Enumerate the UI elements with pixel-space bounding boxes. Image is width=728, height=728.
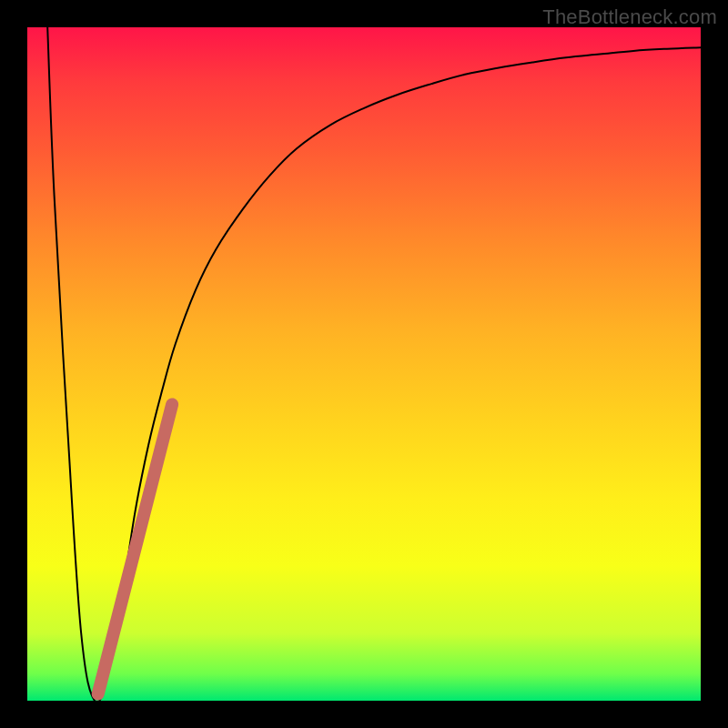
chart-overlay (27, 27, 701, 701)
bottleneck-curve (47, 27, 701, 701)
highlight-segment (98, 404, 172, 693)
chart-frame: TheBottleneck.com (0, 0, 728, 728)
watermark-text: TheBottleneck.com (542, 5, 717, 29)
plot-area (27, 27, 701, 701)
